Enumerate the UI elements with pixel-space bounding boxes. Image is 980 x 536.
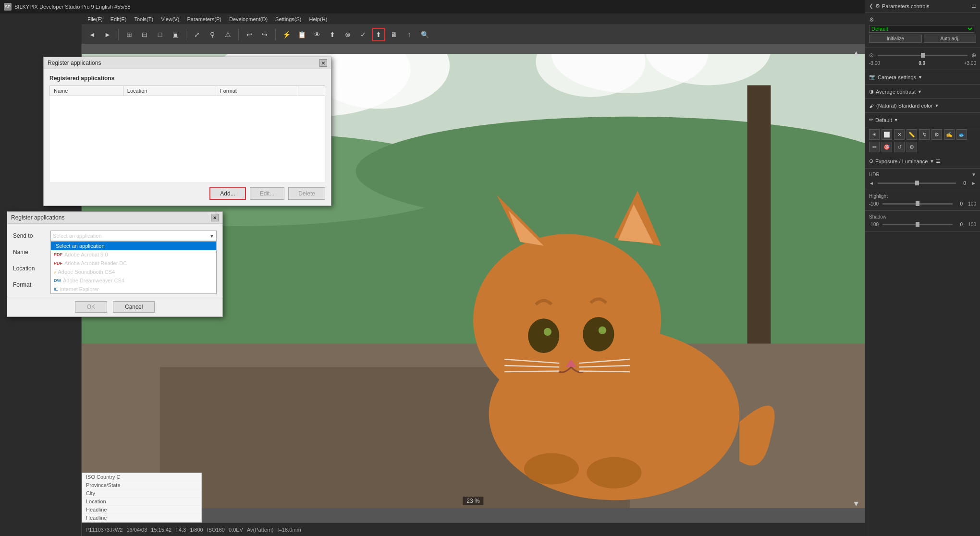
highlight-value: 0 <box>956 201 966 207</box>
toolbar-check[interactable]: ✓ <box>356 28 370 41</box>
dropdown-item-1[interactable]: PDF Adobe Acrobat 9.0 <box>51 250 216 259</box>
dropdown-item-4[interactable]: DW Adobe Dreamweaver CS4 <box>51 276 216 285</box>
default-header[interactable]: ✏ Default ▼ <box>865 115 980 125</box>
color-expand[interactable]: ▼ <box>934 103 939 108</box>
dropdown-item-5[interactable]: IE Internet Explorer <box>51 285 216 293</box>
menu-tools[interactable]: Tools(T) <box>130 15 157 23</box>
svg-point-31 <box>587 457 641 488</box>
highlight-max: 100 <box>968 201 976 207</box>
exposure-thumb[interactable] <box>921 53 925 58</box>
camera-settings-label: Camera settings <box>878 74 916 80</box>
auto-adj-button[interactable]: Auto adj. <box>924 35 977 43</box>
toolbar-zoom[interactable]: ⚲ <box>206 28 219 41</box>
menu-view[interactable]: View(V) <box>157 15 183 23</box>
menu-settings[interactable]: Settings(S) <box>271 15 305 23</box>
tool-icon-11[interactable]: ↺ <box>894 142 905 152</box>
tool-icon-5[interactable]: ↯ <box>919 129 930 140</box>
shadow-slider[interactable] <box>882 224 953 225</box>
toolbar-eye[interactable]: 👁 <box>310 28 324 41</box>
tool-icon-12[interactable]: ⚙ <box>906 142 917 152</box>
ok-button[interactable]: OK <box>75 301 107 313</box>
preset-dropdown[interactable]: Default <box>869 25 974 33</box>
toolbar-next[interactable]: ► <box>101 28 114 41</box>
metadata-row-4: Headline <box>82 506 201 514</box>
exp-lum-expand[interactable]: ▼ <box>930 159 934 164</box>
edit-button[interactable]: Edit... <box>250 187 285 200</box>
send-to-container: Select an application ▼ Select an applic… <box>50 231 217 241</box>
toolbar-fit[interactable]: ⤢ <box>190 28 204 41</box>
menu-edit[interactable]: Edit(E) <box>107 15 131 23</box>
toolbar-monitor[interactable]: 🖥 <box>387 28 401 41</box>
tool-icon-10[interactable]: 🎯 <box>882 142 892 152</box>
contrast-expand[interactable]: ▼ <box>918 89 922 94</box>
color-header[interactable]: 🖌 (Natural) Standard color ▼ <box>865 101 980 110</box>
default-icon: ✏ <box>869 117 873 123</box>
initialize-button[interactable]: Initialize <box>869 35 922 43</box>
highlight-thumb[interactable] <box>916 201 919 206</box>
preset-gear-icon[interactable]: ⚙ <box>865 14 878 25</box>
menu-parameters[interactable]: Parameters(P) <box>183 15 225 23</box>
camera-settings-header[interactable]: 📷 Camera settings ▼ <box>865 72 980 82</box>
panel-gear-icon[interactable]: ⚙ <box>875 3 880 9</box>
menu-help[interactable]: Help(H) <box>306 15 331 23</box>
panel-menu-icon[interactable]: ☰ <box>971 3 976 9</box>
tool-icon-7[interactable]: ✍ <box>944 129 955 140</box>
scroll-down-arrow[interactable]: ▼ <box>852 499 860 508</box>
add-dialog-close[interactable]: ✕ <box>211 214 219 221</box>
toolbar-compare2[interactable]: ⊜ <box>341 28 355 41</box>
scroll-up-arrow[interactable]: ▲ <box>852 49 860 58</box>
panel-expand-icon[interactable]: ❮ <box>869 3 873 9</box>
camera-settings-expand[interactable]: ▼ <box>918 75 922 80</box>
hdr-label: HDR <box>869 172 971 177</box>
toolbar-export[interactable]: ⬆ <box>326 28 339 41</box>
toolbar-sep4 <box>275 29 276 40</box>
hdr-min-icon: ◄ <box>869 181 874 186</box>
menu-development[interactable]: Development(D) <box>225 15 271 23</box>
toolbar-prev[interactable]: ◄ <box>86 28 99 41</box>
exp-lum-menu[interactable]: ☰ <box>936 158 941 164</box>
shadow-max: 100 <box>968 222 976 227</box>
tool-icon-9[interactable]: ✏ <box>869 142 880 152</box>
toolbar-compare[interactable]: ▣ <box>169 28 182 41</box>
metadata-row-5: Headline <box>82 514 201 522</box>
send-to-select[interactable]: Select an application ▼ <box>50 231 217 241</box>
svg-point-19 <box>528 318 559 353</box>
toolbar-grid1[interactable]: ⊞ <box>122 28 136 41</box>
dropdown-item-0[interactable]: Select an application <box>51 242 216 250</box>
add-button[interactable]: Add... <box>209 187 245 200</box>
contrast-header[interactable]: ◑ Average contrast ▼ <box>865 86 980 97</box>
highlight-slider[interactable] <box>882 203 953 205</box>
exposure-track[interactable] <box>878 55 968 56</box>
tool-icon-4[interactable]: 📏 <box>906 129 917 140</box>
delete-button[interactable]: Delete <box>288 187 325 200</box>
tool-icon-3[interactable]: ✕ <box>894 129 905 140</box>
camera-icon: 📷 <box>869 74 876 80</box>
toolbar-single[interactable]: □ <box>153 28 167 41</box>
hdr-expand[interactable]: ▼ <box>971 172 976 177</box>
toolbar-redo[interactable]: ↪ <box>258 28 271 41</box>
tool-icon-8[interactable]: 🐟 <box>956 129 967 140</box>
format-label: Format <box>13 281 47 288</box>
shadow-thumb[interactable] <box>916 222 919 227</box>
tool-icon-2[interactable]: ⬜ <box>882 129 892 140</box>
toolbar-param[interactable]: 📋 <box>295 28 308 41</box>
toolbar-arrow-up[interactable]: ↑ <box>403 28 416 41</box>
cancel-button[interactable]: Cancel <box>113 301 155 313</box>
toolbar-search[interactable]: 🔍 <box>418 28 431 41</box>
menu-file[interactable]: File(F) <box>84 15 107 23</box>
hdr-slider-thumb[interactable] <box>915 181 919 185</box>
toolbar-warn[interactable]: ⚠ <box>221 28 234 41</box>
tool-icon-6[interactable]: ⚙ <box>931 129 942 140</box>
toolbar-upload[interactable]: ⬆ <box>372 28 385 41</box>
dropdown-item-2[interactable]: PDF Adobe Acrobat Reader DC <box>51 259 216 268</box>
default-expand[interactable]: ▼ <box>894 118 898 122</box>
toolbar-grid2[interactable]: ⊟ <box>138 28 151 41</box>
tool-icon-1[interactable]: ☀ <box>869 129 880 140</box>
exposure-luminance-header[interactable]: ⊙ Exposure / Luminance ▼ ☰ <box>865 156 980 166</box>
toolbar-flash[interactable]: ⚡ <box>280 28 293 41</box>
register-dialog-close[interactable]: ✕ <box>319 59 327 67</box>
hdr-slider-track[interactable] <box>878 183 956 184</box>
dropdown-item-3[interactable]: ♪ Adobe Soundbooth CS4 <box>51 268 216 276</box>
toolbar-undo[interactable]: ↩ <box>243 28 256 41</box>
exp-lum-icon: ⊙ <box>869 158 873 164</box>
